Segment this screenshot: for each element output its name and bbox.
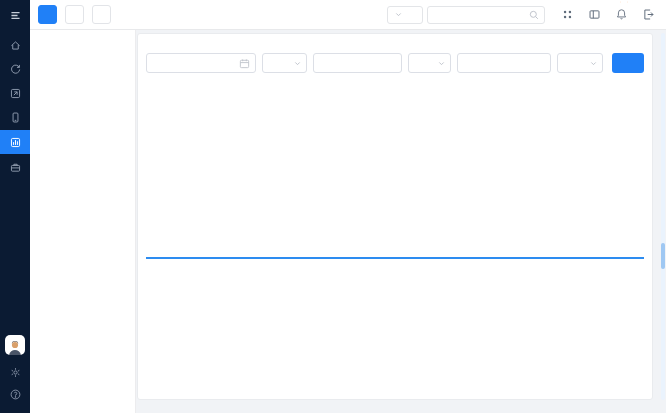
app-window bbox=[0, 0, 666, 413]
person-type-select[interactable] bbox=[262, 53, 307, 73]
mobile-icon[interactable] bbox=[0, 106, 30, 128]
apps-icon[interactable] bbox=[0, 82, 30, 104]
main-card bbox=[137, 33, 653, 400]
customer-picker[interactable] bbox=[457, 53, 551, 73]
search-scope-select[interactable] bbox=[387, 6, 423, 24]
chevron-down-icon bbox=[395, 11, 402, 18]
vertical-scrollbar[interactable] bbox=[661, 33, 665, 400]
side-menu bbox=[30, 30, 136, 413]
search-icon[interactable] bbox=[529, 10, 539, 20]
user-avatar[interactable] bbox=[5, 335, 25, 355]
help-icon[interactable] bbox=[0, 383, 30, 405]
settings-gear-icon[interactable] bbox=[0, 361, 30, 383]
expense-type-select[interactable] bbox=[408, 53, 451, 73]
tab-bill[interactable] bbox=[92, 5, 111, 24]
date-range-picker[interactable] bbox=[146, 53, 256, 73]
tab-customer[interactable] bbox=[65, 5, 84, 24]
layout-panel-icon[interactable] bbox=[586, 7, 602, 23]
chevron-down-icon bbox=[438, 60, 445, 67]
trend-chart-area bbox=[146, 88, 644, 240]
notification-bell-icon[interactable] bbox=[613, 7, 629, 23]
report-module-icon[interactable] bbox=[0, 130, 30, 154]
trend-chart bbox=[146, 88, 646, 240]
open-tabs bbox=[38, 5, 111, 24]
calendar-icon bbox=[239, 58, 250, 69]
topbar-icon-group bbox=[559, 7, 656, 23]
global-search bbox=[427, 6, 545, 24]
summary-table bbox=[146, 257, 644, 258]
date-range-input[interactable] bbox=[152, 58, 239, 69]
query-button[interactable] bbox=[612, 53, 644, 73]
period-select[interactable] bbox=[557, 53, 603, 73]
customer-input[interactable] bbox=[463, 58, 545, 69]
notification-badge bbox=[620, 1, 628, 3]
employee-input[interactable] bbox=[319, 58, 396, 69]
tab-report[interactable] bbox=[38, 5, 57, 24]
chevron-down-icon bbox=[294, 60, 301, 67]
logout-icon[interactable] bbox=[640, 7, 656, 23]
apps-grid-icon[interactable] bbox=[559, 7, 575, 23]
employee-picker[interactable] bbox=[313, 53, 402, 73]
filter-bar bbox=[146, 53, 644, 73]
home-icon[interactable] bbox=[0, 34, 30, 56]
briefcase-icon[interactable] bbox=[0, 156, 30, 178]
top-bar bbox=[30, 0, 666, 30]
global-search-input[interactable] bbox=[433, 10, 529, 20]
sync-icon[interactable] bbox=[0, 58, 30, 80]
menu-toggle-icon[interactable] bbox=[0, 4, 30, 26]
scrollbar-thumb[interactable] bbox=[661, 243, 665, 269]
icon-rail bbox=[0, 0, 30, 413]
summary-table-area bbox=[146, 257, 644, 258]
chevron-down-icon bbox=[590, 60, 597, 67]
topbar-right bbox=[387, 6, 656, 24]
